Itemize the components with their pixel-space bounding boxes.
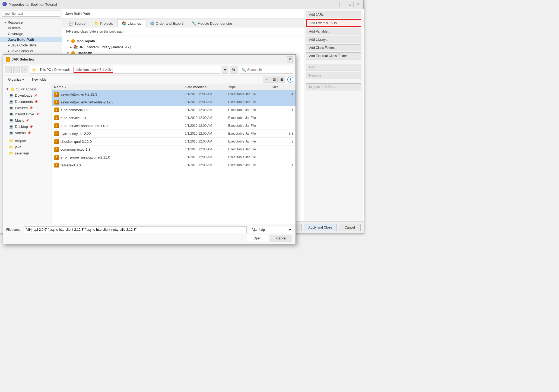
table-row[interactable]: J auto-service-annotations-1.0.1 1/1/201… <box>52 122 296 130</box>
filter-box <box>0 9 62 18</box>
maximize-button[interactable]: □ <box>347 2 354 7</box>
file-date-cell: 1/1/2010 12:00 AM <box>185 132 228 135</box>
file-type-cell: Executable Jar File <box>228 132 272 135</box>
close-button[interactable]: ✕ <box>355 2 361 7</box>
sidebar-eclipse[interactable]: 📁 eclipse <box>3 138 52 144</box>
sidebar-desktop[interactable]: 💻 Desktop 📌 <box>3 124 52 130</box>
add-jars-button[interactable]: Add JARs... <box>306 11 361 18</box>
path-arrow-1: › <box>37 68 39 71</box>
organize-button[interactable]: Organize ▾ <box>5 77 27 83</box>
sidebar-selenium[interactable]: 📁 selenium <box>3 150 52 156</box>
table-row[interactable]: J auto-service-1.0.1 1/1/2010 12:00 AM E… <box>52 114 296 122</box>
sidebar-music[interactable]: 💻 Music 📌 <box>3 117 52 124</box>
nav-item-coverage[interactable]: Coverage <box>0 31 62 37</box>
file-name-cell: J failsafe-3.3.0 <box>54 163 185 167</box>
dialog-cancel-button[interactable]: Cancel <box>271 235 292 242</box>
nav-item-java-code-style[interactable]: ▶ Java Code Style <box>0 42 62 48</box>
edit-button[interactable]: Edit... <box>306 64 361 71</box>
add-external-jars-button[interactable]: Add External JARs... <box>306 19 361 27</box>
add-library-button[interactable]: Add Library... <box>306 36 361 43</box>
window-titlebar: Properties for SeelniumTutorial — □ ✕ <box>0 0 363 9</box>
nav-item-builders[interactable]: Builders <box>0 25 62 31</box>
add-external-class-folder-button[interactable]: Add External Class Folder... <box>306 52 361 59</box>
tab-module-dep[interactable]: 🔧 Module Dependencies <box>188 19 237 27</box>
file-name-cell: J byte-buddy-1.12.22 <box>54 131 185 136</box>
migrate-jar-button[interactable]: Migrate JAR File... <box>306 83 361 90</box>
sidebar-pictures[interactable]: 💻 Pictures 📌 <box>3 105 52 111</box>
open-button[interactable]: Open <box>247 235 268 242</box>
window-title-text: Properties for SeelniumTutorial <box>8 2 57 7</box>
add-class-folder-button[interactable]: Add Class Folder... <box>306 44 361 51</box>
details-view-button[interactable]: ▤ <box>271 77 278 83</box>
selenium-folder-icon: 📁 <box>9 151 13 155</box>
java-build-path-label: Java Build Path <box>8 37 34 42</box>
table-row[interactable]: J byte-buddy-1.12.22 1/1/2010 12:00 AM E… <box>52 130 296 138</box>
sidebar-documents[interactable]: 💻 Documents 📌 <box>3 99 52 105</box>
filename-input[interactable] <box>24 226 247 233</box>
table-row[interactable]: J commons-exec-1.3 1/1/2010 12:00 AM Exe… <box>52 146 296 153</box>
col-type-header[interactable]: Type <box>228 85 272 89</box>
dialog-close-button[interactable]: ✕ <box>287 56 293 62</box>
help-button[interactable]: ? <box>287 77 293 83</box>
nav-forward-button[interactable]: → <box>13 67 20 73</box>
jar-file-icon: J <box>54 92 59 97</box>
table-row[interactable]: J async-http-client-2.12.3 1/1/2010 12:0… <box>52 90 296 98</box>
list-view-button[interactable]: ≡ <box>263 77 270 83</box>
thumbnail-view-button[interactable]: ⊞ <box>278 77 285 83</box>
downloads-label: Downloads <box>15 93 32 97</box>
sidebar-downloads[interactable]: 💻 Downloads 📌 <box>3 92 52 99</box>
col-name-header[interactable]: Name ▲ <box>54 85 185 89</box>
minimize-button[interactable]: — <box>339 2 346 7</box>
search-input[interactable] <box>247 68 285 72</box>
new-folder-button[interactable]: New folder <box>29 77 50 83</box>
col-type-label: Type <box>228 85 236 89</box>
modulepath-label: Modulepath <box>77 39 95 43</box>
file-size-cell: 1 <box>272 108 293 112</box>
file-name-cell: J auto-service-1.0.1 <box>54 115 185 120</box>
cancel-button[interactable]: Cancel <box>339 224 361 231</box>
address-path[interactable]: 📁 › This PC › Downloads › selenium-java-… <box>30 66 220 74</box>
remove-button[interactable]: Remove <box>306 72 361 79</box>
nav-back-button[interactable]: ← <box>5 67 12 73</box>
tab-projects[interactable]: 📁 Projects <box>90 19 117 27</box>
filter-input[interactable] <box>2 11 60 17</box>
nav-item-java-build-path[interactable]: Java Build Path <box>0 37 62 42</box>
jre-icon: 📚 <box>73 45 78 49</box>
coverage-label: Coverage <box>8 32 23 36</box>
quick-access-label: Quick access <box>16 87 37 91</box>
nav-item-resource[interactable]: ▶ Resource <box>0 20 62 25</box>
file-date-cell: 1/1/2010 12:00 AM <box>185 100 228 104</box>
table-row[interactable]: J failsafe-3.3.0 1/1/2010 12:00 AM Execu… <box>52 161 296 169</box>
table-row[interactable]: J checker-qual-3.12.0 1/1/2010 12:00 AM … <box>52 138 296 146</box>
tab-libraries-label: Libraries <box>128 21 141 26</box>
sidebar-java[interactable]: 📁 java <box>3 144 52 150</box>
table-row[interactable]: J async-http-client-netty-utils-2.12.3 1… <box>52 98 296 106</box>
col-size-header[interactable]: Size <box>272 85 293 89</box>
col-date-header[interactable]: Date modified <box>185 85 228 89</box>
sidebar-videos[interactable]: 💻 Videos 📌 <box>3 130 52 136</box>
add-variable-button[interactable]: Add Variable... <box>306 28 361 35</box>
tab-libraries[interactable]: 📚 Libraries <box>117 19 145 27</box>
sidebar-icloud[interactable]: 💻 iCloud Drive 📌 <box>3 111 52 117</box>
nav-up-button[interactable]: ↑ <box>21 67 28 73</box>
tab-order-export[interactable]: ⚙️ Order and Export <box>146 19 187 27</box>
jre-arrow: ▶ <box>70 46 72 49</box>
path-dropdown-button[interactable]: ▾ <box>222 66 228 74</box>
file-type-cell: Executable Jar File <box>228 116 272 120</box>
table-row[interactable]: J error_prone_annotations-2.11.0 1/1/201… <box>52 153 296 161</box>
nav-item-java-compiler[interactable]: ▶ Java Compiler <box>0 48 62 54</box>
file-type-cell: Executable Jar File <box>228 124 272 128</box>
desktop-label: Desktop <box>15 125 28 129</box>
classpath-arrow: ▼ <box>66 52 69 55</box>
documents-label: Documents <box>15 100 33 104</box>
file-date-cell: 1/1/2010 12:00 AM <box>185 92 228 96</box>
apply-close-button[interactable]: Apply and Close <box>304 224 337 231</box>
java-compiler-arrow: ▶ <box>8 50 10 52</box>
quick-access-header[interactable]: ▼ ⭐ Quick access <box>3 86 52 92</box>
table-row[interactable]: J auto-common-1.2.1 1/1/2010 12:00 AM Ex… <box>52 106 296 114</box>
file-name-text: async-http-client-2.12.3 <box>61 92 97 96</box>
refresh-button[interactable]: ↻ <box>230 66 237 74</box>
filetype-dropdown[interactable]: *.jar;*.zip <box>249 226 292 233</box>
jar-file-icon: J <box>54 163 59 167</box>
tab-source[interactable]: 📋 Source <box>64 19 90 27</box>
